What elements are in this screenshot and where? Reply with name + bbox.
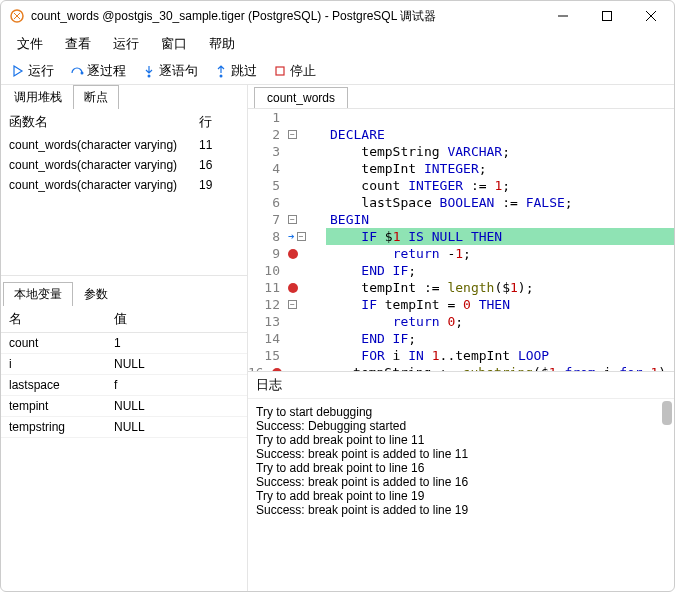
step-into-button[interactable]: 逐语句 — [136, 60, 204, 82]
code-line[interactable]: 5 count INTEGER := 1; — [248, 177, 674, 194]
code-line[interactable]: 6 lastSpace BOOLEAN := FALSE; — [248, 194, 674, 211]
log-line: Try to start debugging — [256, 405, 666, 419]
callstack-row[interactable]: count_words(character varying)11 — [1, 135, 247, 155]
step-over-button[interactable]: 逐过程 — [64, 60, 132, 82]
svg-point-5 — [81, 71, 84, 74]
log-body[interactable]: Try to start debuggingSuccess: Debugging… — [248, 399, 674, 591]
code-line[interactable]: 15 FOR i IN 1..tempInt LOOP — [248, 347, 674, 364]
current-line-arrow-icon: ➔ — [288, 228, 295, 245]
toolbar: 运行 逐过程 逐语句 跳过 停止 — [1, 57, 674, 85]
log-scrollbar[interactable] — [662, 401, 672, 589]
play-icon — [11, 64, 25, 78]
left-panel: 调用堆栈 断点 函数名行 count_words(character varyi… — [1, 85, 248, 591]
stop-icon — [273, 64, 287, 78]
variable-row[interactable]: lastspacef — [1, 375, 247, 396]
close-button[interactable] — [636, 4, 666, 28]
code-line[interactable]: 1 — [248, 109, 674, 126]
variable-row[interactable]: tempstringNULL — [1, 417, 247, 438]
maximize-button[interactable] — [592, 4, 622, 28]
right-panel: count_words 12−DECLARE3 tempString VARCH… — [248, 85, 674, 591]
minimize-button[interactable] — [548, 4, 578, 28]
code-line[interactable]: 9 return -1; — [248, 245, 674, 262]
editor-tabs: count_words — [248, 85, 674, 109]
tab-breakpoints[interactable]: 断点 — [73, 85, 119, 109]
step-into-icon — [142, 64, 156, 78]
variable-row[interactable]: iNULL — [1, 354, 247, 375]
stop-button[interactable]: 停止 — [267, 60, 322, 82]
code-line[interactable]: 12− IF tempInt = 0 THEN — [248, 296, 674, 313]
log-line: Try to add break point to line 16 — [256, 461, 666, 475]
col-line: 行 — [199, 113, 239, 131]
file-tab[interactable]: count_words — [254, 87, 348, 108]
menu-window[interactable]: 窗口 — [151, 32, 197, 56]
code-line[interactable]: 3 tempString VARCHAR; — [248, 143, 674, 160]
menu-help[interactable]: 帮助 — [199, 32, 245, 56]
log-line: Try to add break point to line 11 — [256, 433, 666, 447]
svg-rect-2 — [603, 12, 612, 21]
log-panel: 日志 Try to start debuggingSuccess: Debugg… — [248, 371, 674, 591]
tab-callstack[interactable]: 调用堆栈 — [3, 85, 73, 109]
breakpoint-icon[interactable] — [288, 283, 298, 293]
variable-row[interactable]: tempintNULL — [1, 396, 247, 417]
variables-table: 名值 count1iNULLlastspaceftempintNULLtemps… — [1, 306, 247, 591]
code-line[interactable]: 8➔− IF $1 IS NULL THEN — [248, 228, 674, 245]
fold-icon[interactable]: − — [297, 232, 306, 241]
code-line[interactable]: 11 tempInt := length($1); — [248, 279, 674, 296]
code-line[interactable]: 4 tempInt INTEGER; — [248, 160, 674, 177]
step-over-icon — [70, 64, 84, 78]
step-out-button[interactable]: 跳过 — [208, 60, 263, 82]
log-line: Success: Debugging started — [256, 419, 666, 433]
svg-rect-8 — [276, 67, 284, 75]
menu-bar: 文件 查看 运行 窗口 帮助 — [1, 31, 674, 57]
window-title: count_words @postgis_30_sample.tiger (Po… — [31, 8, 548, 25]
menu-run[interactable]: 运行 — [103, 32, 149, 56]
fold-icon[interactable]: − — [288, 215, 297, 224]
breakpoint-icon[interactable] — [288, 249, 298, 259]
code-line[interactable]: 10 END IF; — [248, 262, 674, 279]
callstack-row[interactable]: count_words(character varying)16 — [1, 155, 247, 175]
svg-point-7 — [220, 74, 223, 77]
tab-params[interactable]: 参数 — [73, 282, 119, 306]
callstack-table: 函数名行 count_words(character varying)11cou… — [1, 109, 247, 276]
code-line[interactable]: 14 END IF; — [248, 330, 674, 347]
menu-view[interactable]: 查看 — [55, 32, 101, 56]
col-func: 函数名 — [9, 113, 199, 131]
fold-icon[interactable]: − — [288, 130, 297, 139]
title-bar: count_words @postgis_30_sample.tiger (Po… — [1, 1, 674, 31]
step-out-icon — [214, 64, 228, 78]
log-scroll-thumb[interactable] — [662, 401, 672, 425]
code-line[interactable]: 7−BEGIN — [248, 211, 674, 228]
run-button[interactable]: 运行 — [5, 60, 60, 82]
svg-point-6 — [148, 74, 151, 77]
code-line[interactable]: 13 return 0; — [248, 313, 674, 330]
menu-file[interactable]: 文件 — [7, 32, 53, 56]
tab-locals[interactable]: 本地变量 — [3, 282, 73, 306]
app-icon — [9, 8, 25, 24]
code-line[interactable]: 16 tempString := substring($1 from i for… — [248, 364, 674, 371]
log-line: Try to add break point to line 19 — [256, 489, 666, 503]
log-line: Success: break point is added to line 11 — [256, 447, 666, 461]
log-line: Success: break point is added to line 16 — [256, 475, 666, 489]
fold-icon[interactable]: − — [288, 300, 297, 309]
left-tabs: 调用堆栈 断点 — [1, 85, 247, 109]
variable-row[interactable]: count1 — [1, 333, 247, 354]
var-tabs: 本地变量 参数 — [1, 282, 247, 306]
breakpoint-icon[interactable] — [272, 368, 282, 372]
callstack-row[interactable]: count_words(character varying)19 — [1, 175, 247, 195]
log-tab[interactable]: 日志 — [248, 372, 674, 399]
log-line: Success: break point is added to line 19 — [256, 503, 666, 517]
col-name: 名 — [9, 310, 114, 328]
col-value: 值 — [114, 310, 127, 328]
code-line[interactable]: 2−DECLARE — [248, 126, 674, 143]
code-editor[interactable]: 12−DECLARE3 tempString VARCHAR;4 tempInt… — [248, 109, 674, 371]
